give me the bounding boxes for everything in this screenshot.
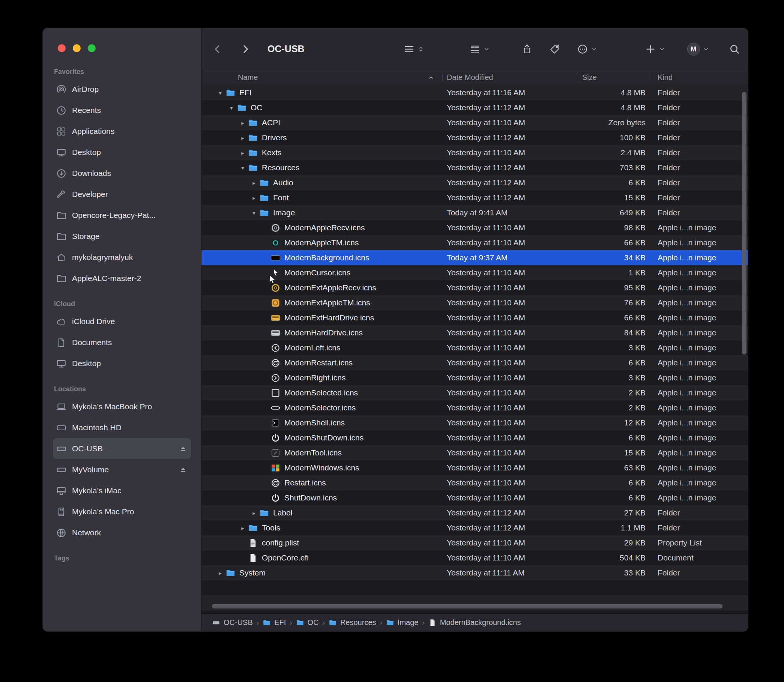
eject-icon[interactable] (179, 465, 187, 474)
file-row-system[interactable]: ▸SystemYesterday at 11:11 AM33 KBFolder (201, 565, 748, 580)
file-row-kexts[interactable]: ▸KextsYesterday at 11:10 AM2.4 MBFolder (201, 145, 748, 160)
more-options-button[interactable] (577, 43, 598, 55)
sidebar-item-myvolume[interactable]: MyVolume (53, 459, 191, 480)
tags-button[interactable] (549, 43, 561, 55)
file-row-modernshell-icns[interactable]: ModernShell.icnsYesterday at 11:10 AM12 … (201, 415, 748, 430)
file-row-label[interactable]: ▸LabelYesterday at 11:12 AM27 KBFolder (201, 505, 748, 520)
sidebar-item-opencore-legacy-pat[interactable]: Opencore-Legacy-Pat... (53, 205, 191, 226)
path-item-resources[interactable]: Resources (328, 618, 376, 627)
sidebar-item-applealc-master-2[interactable]: AppleALC-master-2 (53, 268, 191, 289)
disclosure-triangle[interactable]: ▸ (237, 525, 248, 531)
path-item-oc-usb[interactable]: OC-USB (212, 618, 253, 627)
file-name: Restart.icns (284, 478, 326, 487)
path-item-image[interactable]: Image (386, 618, 419, 627)
horizontal-scrollbar[interactable] (212, 604, 722, 609)
file-row-tools[interactable]: ▸ToolsYesterday at 11:12 AM1.1 MBFolder (201, 520, 748, 535)
column-header-date-modified[interactable]: Date Modified (442, 70, 578, 85)
file-row-moderntool-icns[interactable]: ModernTool.icnsYesterday at 11:10 AM15 K… (201, 445, 748, 460)
disclosure-triangle[interactable]: ▸ (215, 570, 225, 576)
close-button[interactable] (58, 44, 65, 52)
column-header-name[interactable]: Name (201, 70, 442, 85)
file-row-opencore-efi[interactable]: OpenCore.efiYesterday at 11:10 AM504 KBD… (201, 550, 748, 565)
file-row-acpi[interactable]: ▸ACPIYesterday at 11:10 AMZero bytesFold… (201, 115, 748, 130)
file-row-audio[interactable]: ▸AudioYesterday at 11:12 AM6 KBFolder (201, 175, 748, 190)
date-modified: Yesterday at 11:12 AM (442, 160, 578, 175)
file-row-modernapplerecv-icns[interactable]: ModernAppleRecv.icnsYesterday at 11:10 A… (201, 220, 748, 235)
file-size: 12 KB (578, 415, 651, 430)
column-header-size[interactable]: Size (578, 70, 651, 85)
disclosure-triangle[interactable]: ▾ (226, 105, 237, 111)
search-button[interactable] (729, 43, 740, 55)
disclosure-triangle[interactable]: ▸ (237, 135, 248, 141)
file-row-modernextharddrive-icns[interactable]: ModernExtHardDrive.icnsYesterday at 11:1… (201, 310, 748, 325)
disclosure-triangle[interactable]: ▸ (249, 195, 259, 201)
airdrop-icon (56, 84, 67, 95)
column-header-kind[interactable]: Kind (651, 70, 748, 85)
disclosure-triangle[interactable]: ▾ (215, 90, 225, 96)
path-item-oc[interactable]: OC (296, 618, 319, 627)
sidebar-item-mykola-s-imac[interactable]: Mykola’s iMac (53, 480, 191, 501)
file-row-modernshutdown-icns[interactable]: ModernShutDown.icnsYesterday at 11:10 AM… (201, 430, 748, 445)
sidebar-item-mykolagrymalyuk[interactable]: mykolagrymalyuk (53, 247, 191, 268)
view-mode-button[interactable] (404, 43, 424, 55)
file-row-config-plist[interactable]: config.plistYesterday at 11:10 AM29 KBPr… (201, 535, 748, 550)
file-kind: Apple i...n image (651, 430, 748, 445)
sidebar-item-documents[interactable]: Documents (53, 332, 191, 353)
file-row-image[interactable]: ▾ImageToday at 9:41 AM649 KBFolder (201, 205, 748, 220)
file-size: 15 KB (578, 190, 651, 205)
sidebar-item-icloud-drive[interactable]: iCloud Drive (53, 311, 191, 332)
file-row-modernharddrive-icns[interactable]: ModernHardDrive.icnsYesterday at 11:10 A… (201, 325, 748, 340)
file-row-modernbackground-icns[interactable]: ModernBackground.icnsToday at 9:37 AM34 … (201, 250, 748, 265)
forward-button[interactable] (240, 43, 251, 55)
sidebar-item-oc-usb[interactable]: OC-USB (53, 438, 191, 459)
sidebar-item-mykola-s-mac-pro[interactable]: Mykola’s Mac Pro (53, 501, 191, 522)
file-row-modernrestart-icns[interactable]: ModernRestart.icnsYesterday at 11:10 AM6… (201, 355, 748, 370)
share-button[interactable] (521, 43, 533, 55)
file-row-moderncursor-icns[interactable]: ModernCursor.icnsYesterday at 11:10 AM1 … (201, 265, 748, 280)
eject-icon[interactable] (179, 445, 187, 453)
file-row-modernwindows-icns[interactable]: ModernWindows.icnsYesterday at 11:10 AM6… (201, 460, 748, 475)
group-by-button[interactable] (469, 43, 490, 55)
back-button[interactable] (212, 43, 223, 55)
file-row-drivers[interactable]: ▸DriversYesterday at 11:12 AM100 KBFolde… (201, 130, 748, 145)
file-row-modernleft-icns[interactable]: ModernLeft.icnsYesterday at 11:10 AM3 KB… (201, 340, 748, 355)
sidebar-item-desktop[interactable]: Desktop (53, 142, 191, 163)
disclosure-triangle[interactable]: ▾ (237, 165, 248, 170)
disclosure-triangle[interactable]: ▾ (249, 210, 259, 216)
date-modified: Yesterday at 11:10 AM (442, 535, 578, 550)
sidebar-item-network[interactable]: Network (53, 522, 191, 543)
sidebar-item-developer[interactable]: Developer (53, 184, 191, 205)
sidebar-item-mykola-s-macbook-pro[interactable]: Mykola’s MacBook Pro (53, 396, 191, 417)
file-row-oc[interactable]: ▾OCYesterday at 11:12 AM4.8 MBFolder (201, 100, 748, 115)
zoom-button[interactable] (88, 44, 96, 52)
disclosure-triangle[interactable]: ▸ (237, 150, 248, 156)
add-button[interactable] (645, 43, 666, 55)
file-row-modernappletm-icns[interactable]: ModernAppleTM.icnsYesterday at 11:10 AM6… (201, 235, 748, 250)
file-row-modernextappletm-icns[interactable]: ModernExtAppleTM.icnsYesterday at 11:10 … (201, 295, 748, 310)
path-item-efi[interactable]: EFI (263, 618, 286, 627)
disclosure-triangle[interactable]: ▸ (249, 180, 259, 186)
file-row-efi[interactable]: ▾EFIYesterday at 11:16 AM4.8 MBFolder (201, 85, 748, 100)
account-menu-button[interactable]: M (687, 43, 709, 56)
file-row-resources[interactable]: ▾ResourcesYesterday at 11:12 AM703 KBFol… (201, 160, 748, 175)
sidebar-item-downloads[interactable]: Downloads (53, 163, 191, 184)
file-row-modernselected-icns[interactable]: ModernSelected.icnsYesterday at 11:10 AM… (201, 385, 748, 400)
file-row-restart-icns[interactable]: Restart.icnsYesterday at 11:10 AM6 KBApp… (201, 475, 748, 490)
minimize-button[interactable] (73, 44, 81, 52)
sidebar-item-desktop[interactable]: Desktop (53, 353, 191, 374)
sidebar-item-macintosh-hd[interactable]: Macintosh HD (53, 417, 191, 438)
file-row-shutdown-icns[interactable]: ShutDown.icnsYesterday at 11:10 AM6 KBAp… (201, 490, 748, 505)
file-row-font[interactable]: ▸FontYesterday at 11:12 AM15 KBFolder (201, 190, 748, 205)
sidebar-item-storage[interactable]: Storage (53, 226, 191, 247)
disclosure-triangle[interactable]: ▸ (237, 120, 248, 126)
path-item-label: OC (308, 618, 319, 627)
sidebar-item-recents[interactable]: Recents (53, 100, 191, 121)
sidebar-item-applications[interactable]: Applications (53, 121, 191, 142)
path-item-modernbackground-icns[interactable]: ModernBackground.icns (429, 618, 521, 627)
vertical-scrollbar[interactable] (742, 92, 746, 354)
file-row-modernselector-icns[interactable]: ModernSelector.icnsYesterday at 11:10 AM… (201, 400, 748, 415)
file-row-modernright-icns[interactable]: ModernRight.icnsYesterday at 11:10 AM3 K… (201, 370, 748, 385)
disclosure-triangle[interactable]: ▸ (249, 510, 259, 516)
file-row-modernextapplerecv-icns[interactable]: ModernExtAppleRecv.icnsYesterday at 11:1… (201, 280, 748, 295)
sidebar-item-airdrop[interactable]: AirDrop (53, 79, 191, 100)
